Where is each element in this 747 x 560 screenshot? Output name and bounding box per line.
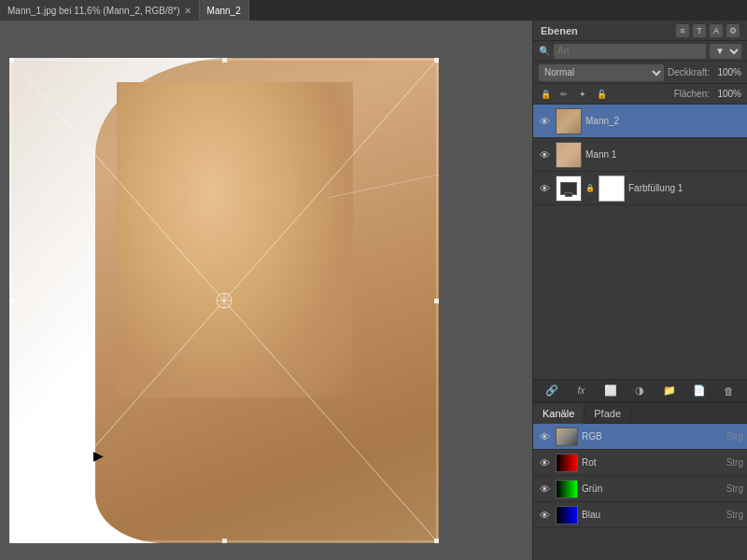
tab-mann2[interactable]: Mann_2 bbox=[200, 0, 249, 21]
channel-thumb-rgb bbox=[556, 427, 578, 446]
layers-panel-header: Ebenen ≡ T A ⚙ bbox=[533, 21, 747, 41]
fill-icons-group: 🔒 ✏ ✦ 🔓 bbox=[539, 88, 670, 101]
opacity-label: Deckkraft: bbox=[668, 67, 710, 77]
layer-thumb-farbfuellung-icon bbox=[556, 175, 582, 202]
tab-pfade[interactable]: Pfade bbox=[585, 403, 631, 424]
mask-add-icon[interactable]: ⬜ bbox=[602, 383, 619, 399]
layer-eye-mann2[interactable]: 👁 bbox=[537, 114, 552, 129]
new-layer-icon[interactable]: 📄 bbox=[691, 383, 708, 399]
layers-header-icon-3[interactable]: A bbox=[710, 24, 723, 37]
link-icon[interactable]: 🔗 bbox=[543, 383, 560, 399]
layers-panel-title: Ebenen bbox=[541, 25, 578, 36]
layers-header-icon-1[interactable]: ≡ bbox=[676, 24, 689, 37]
blend-mode-select[interactable]: Normal bbox=[539, 64, 664, 81]
lock-position-icon[interactable]: ✏ bbox=[557, 88, 571, 101]
channel-eye-blau[interactable]: 👁 bbox=[537, 508, 552, 523]
canvas-image: ▶ bbox=[9, 58, 439, 543]
lock-move-icon[interactable]: ✦ bbox=[576, 88, 589, 101]
fill-label: Flächen: bbox=[674, 89, 710, 99]
layer-eye-mann1[interactable]: 👁 bbox=[537, 147, 552, 162]
right-panel: Ebenen ≡ T A ⚙ 🔍 ▼ Normal bbox=[532, 21, 747, 560]
layer-item-mann1[interactable]: 👁 Mann 1 bbox=[533, 138, 747, 172]
layers-search-dropdown[interactable]: ▼ bbox=[710, 44, 741, 59]
adjustment-icon[interactable]: ◑ bbox=[631, 383, 648, 399]
layer-item-mann2[interactable]: 👁 Mann_2 bbox=[533, 105, 747, 138]
channel-thumb-blau bbox=[556, 506, 578, 525]
layers-panel-header-icons: ≡ T A ⚙ bbox=[676, 24, 740, 37]
monitor-icon bbox=[560, 182, 577, 195]
tab-label-mann2: Mann_2 bbox=[207, 6, 241, 16]
layer-eye-farbfuellung[interactable]: 👁 bbox=[537, 181, 552, 196]
layer-name-farbfuellung: Farbfüllung 1 bbox=[628, 183, 743, 193]
channel-shortcut-blau: Strg bbox=[726, 510, 743, 520]
fx-icon[interactable]: fx bbox=[572, 383, 589, 399]
channel-item-gruen[interactable]: 👁 Grün Strg bbox=[533, 476, 747, 502]
layer-list: 👁 Mann_2 👁 Mann 1 👁 bbox=[533, 105, 747, 379]
tab-close-mann1[interactable]: ✕ bbox=[184, 6, 191, 16]
canvas-container: ▶ bbox=[9, 58, 439, 543]
layers-search-bar: 🔍 ▼ bbox=[533, 41, 747, 62]
fill-row: 🔒 ✏ ✦ 🔓 Flächen: 100% bbox=[533, 84, 747, 105]
tab-label-mann1: Mann_1.jpg bei 11,6% (Mann_2, RGB/8*) bbox=[7, 6, 180, 16]
canvas-face bbox=[117, 82, 353, 398]
channel-name-gruen: Grün bbox=[582, 483, 723, 494]
canvas-area[interactable]: ▶ bbox=[0, 21, 532, 560]
channel-name-blau: Blau bbox=[582, 510, 723, 520]
layers-header-icon-4[interactable]: ⚙ bbox=[726, 24, 740, 37]
channel-thumb-gruen bbox=[556, 480, 578, 498]
channel-name-rgb: RGB bbox=[582, 431, 723, 441]
layer-thumb-mann1 bbox=[556, 142, 582, 168]
layer-thumb-white bbox=[599, 175, 625, 202]
channels-tabs: Kanäle Pfade bbox=[533, 403, 747, 424]
channel-shortcut-rgb: Strg bbox=[726, 431, 743, 441]
channel-eye-rot[interactable]: 👁 bbox=[537, 455, 552, 470]
layer-white-fill bbox=[599, 176, 624, 201]
fill-value: 100% bbox=[713, 89, 741, 99]
channel-item-blau[interactable]: 👁 Blau Strg bbox=[533, 502, 747, 528]
channel-item-rot[interactable]: 👁 Rot Strg bbox=[533, 450, 747, 476]
delete-layer-icon[interactable]: 🗑 bbox=[720, 383, 737, 399]
search-icon: 🔍 bbox=[539, 46, 550, 56]
channel-name-rot: Rot bbox=[582, 457, 723, 468]
layers-search-input[interactable] bbox=[554, 44, 706, 59]
layers-header-icon-2[interactable]: T bbox=[693, 24, 706, 37]
opacity-value: 100% bbox=[713, 67, 741, 77]
tab-mann1[interactable]: Mann_1.jpg bei 11,6% (Mann_2, RGB/8*) ✕ bbox=[0, 0, 200, 21]
layer-name-mann1: Mann 1 bbox=[585, 149, 743, 160]
lock-all-icon[interactable]: 🔒 bbox=[539, 88, 552, 101]
layer-thumb-img-mann1 bbox=[557, 143, 581, 167]
layer-item-farbfuellung[interactable]: 👁 🔒 Farbfüllung 1 bbox=[533, 172, 747, 205]
layer-lock-icon: 🔒 bbox=[585, 183, 595, 194]
channel-list: 👁 RGB Strg 👁 Rot Strg 👁 Grün bbox=[533, 424, 747, 560]
layer-thumb-img-mann2 bbox=[557, 109, 581, 133]
channel-shortcut-gruen: Strg bbox=[726, 483, 743, 494]
layers-panel-bottom: 🔗 fx ⬜ ◑ 📁 📄 🗑 bbox=[533, 379, 747, 401]
layer-thumb-mann2 bbox=[556, 108, 582, 134]
main-area: ▶ Ebenen ≡ T A ⚙ 🔍 ▼ bbox=[0, 21, 747, 560]
channel-thumb-rot bbox=[556, 454, 578, 472]
channel-item-rgb[interactable]: 👁 RGB Strg bbox=[533, 424, 747, 450]
tab-kanale[interactable]: Kanäle bbox=[533, 403, 585, 424]
channels-panel: Kanäle Pfade 👁 RGB Strg 👁 Rot Strg bbox=[533, 401, 747, 560]
lock-artboard-icon[interactable]: 🔓 bbox=[595, 88, 608, 101]
tab-bar: Mann_1.jpg bei 11,6% (Mann_2, RGB/8*) ✕ … bbox=[0, 0, 747, 21]
channel-shortcut-rot: Strg bbox=[726, 457, 743, 468]
layer-thumb-monitor bbox=[557, 176, 581, 201]
blend-opacity-row: Normal Deckkraft: 100% bbox=[533, 62, 747, 84]
layers-panel: Ebenen ≡ T A ⚙ 🔍 ▼ Normal bbox=[533, 21, 747, 401]
channel-eye-gruen[interactable]: 👁 bbox=[537, 482, 552, 497]
folder-icon[interactable]: 📁 bbox=[661, 383, 678, 399]
layer-name-mann2: Mann_2 bbox=[585, 116, 743, 126]
channel-eye-rgb[interactable]: 👁 bbox=[537, 429, 552, 444]
